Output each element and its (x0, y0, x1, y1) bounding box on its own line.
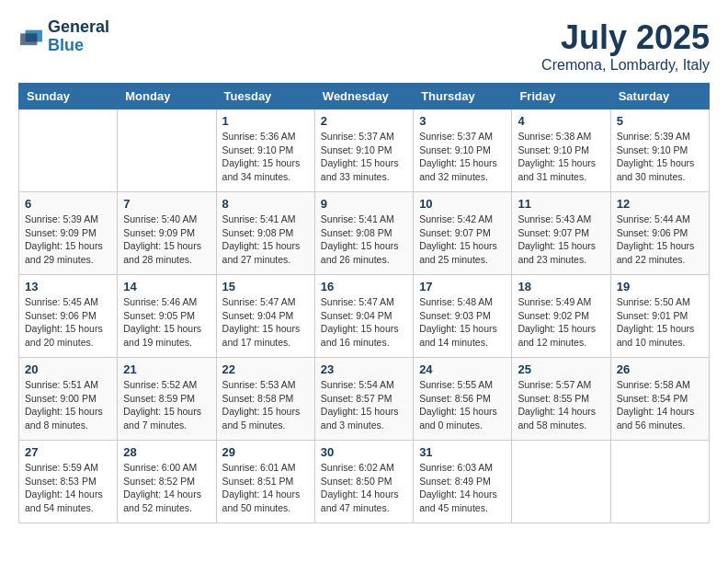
day-number: 4 (518, 114, 604, 128)
cell-info: Sunrise: 6:03 AM Sunset: 8:49 PM Dayligh… (419, 461, 506, 515)
cell-info: Sunrise: 5:53 AM Sunset: 8:58 PM Dayligh… (222, 378, 309, 432)
cell-info: Sunrise: 5:55 AM Sunset: 8:56 PM Dayligh… (419, 378, 506, 432)
cell-info: Sunrise: 5:48 AM Sunset: 9:03 PM Dayligh… (419, 295, 506, 350)
calendar-cell: 12Sunrise: 5:44 AM Sunset: 9:06 PM Dayli… (610, 192, 709, 275)
calendar-cell: 17Sunrise: 5:48 AM Sunset: 9:03 PM Dayli… (414, 275, 512, 358)
cell-info: Sunrise: 5:47 AM Sunset: 9:04 PM Dayligh… (321, 295, 407, 350)
day-number: 3 (419, 114, 506, 128)
calendar-cell: 31Sunrise: 6:03 AM Sunset: 8:49 PM Dayli… (414, 441, 512, 523)
cell-info: Sunrise: 5:39 AM Sunset: 9:10 PM Dayligh… (617, 130, 703, 184)
cell-info: Sunrise: 5:45 AM Sunset: 9:06 PM Dayligh… (25, 295, 111, 350)
cell-info: Sunrise: 5:44 AM Sunset: 9:06 PM Dayligh… (617, 213, 703, 267)
weekday-header: Friday (512, 84, 610, 109)
calendar-cell: 24Sunrise: 5:55 AM Sunset: 8:56 PM Dayli… (414, 358, 512, 441)
calendar-week-row: 20Sunrise: 5:51 AM Sunset: 9:00 PM Dayli… (19, 358, 710, 441)
day-number: 28 (123, 445, 210, 459)
cell-info: Sunrise: 5:57 AM Sunset: 8:55 PM Dayligh… (518, 378, 604, 432)
weekday-header: Sunday (19, 84, 118, 109)
calendar-cell: 4Sunrise: 5:38 AM Sunset: 9:10 PM Daylig… (512, 109, 610, 192)
calendar-cell: 28Sunrise: 6:00 AM Sunset: 8:52 PM Dayli… (118, 441, 216, 523)
svg-marker-1 (20, 33, 37, 45)
calendar-cell: 2Sunrise: 5:37 AM Sunset: 9:10 PM Daylig… (314, 109, 413, 192)
calendar-cell: 16Sunrise: 5:47 AM Sunset: 9:04 PM Dayli… (314, 275, 413, 358)
cell-info: Sunrise: 5:51 AM Sunset: 9:00 PM Dayligh… (25, 378, 111, 432)
cell-info: Sunrise: 5:43 AM Sunset: 9:07 PM Dayligh… (518, 213, 604, 267)
day-number: 19 (617, 280, 703, 293)
cell-info: Sunrise: 6:00 AM Sunset: 8:52 PM Dayligh… (123, 461, 210, 515)
month-title: July 2025 (541, 18, 710, 57)
calendar-cell: 15Sunrise: 5:47 AM Sunset: 9:04 PM Dayli… (216, 275, 314, 358)
calendar-week-row: 6Sunrise: 5:39 AM Sunset: 9:09 PM Daylig… (19, 192, 710, 275)
logo-text: General Blue (48, 18, 109, 55)
day-number: 17 (419, 280, 506, 293)
calendar-cell: 10Sunrise: 5:42 AM Sunset: 9:07 PM Dayli… (414, 192, 512, 275)
calendar-cell: 27Sunrise: 5:59 AM Sunset: 8:53 PM Dayli… (19, 441, 118, 523)
cell-info: Sunrise: 5:59 AM Sunset: 8:53 PM Dayligh… (25, 461, 111, 515)
cell-info: Sunrise: 5:37 AM Sunset: 9:10 PM Dayligh… (419, 130, 506, 184)
calendar-week-row: 13Sunrise: 5:45 AM Sunset: 9:06 PM Dayli… (19, 275, 710, 358)
day-number: 30 (321, 445, 407, 459)
calendar-cell: 18Sunrise: 5:49 AM Sunset: 9:02 PM Dayli… (512, 275, 610, 358)
calendar-week-row: 1Sunrise: 5:36 AM Sunset: 9:10 PM Daylig… (19, 109, 710, 192)
calendar-cell: 19Sunrise: 5:50 AM Sunset: 9:01 PM Dayli… (610, 275, 709, 358)
calendar-cell (19, 109, 118, 192)
calendar-cell: 5Sunrise: 5:39 AM Sunset: 9:10 PM Daylig… (610, 109, 709, 192)
calendar-cell: 23Sunrise: 5:54 AM Sunset: 8:57 PM Dayli… (314, 358, 413, 441)
cell-info: Sunrise: 5:36 AM Sunset: 9:10 PM Dayligh… (222, 130, 309, 184)
calendar-cell: 7Sunrise: 5:40 AM Sunset: 9:09 PM Daylig… (118, 192, 216, 275)
weekday-header: Saturday (610, 84, 709, 109)
weekday-header: Wednesday (314, 84, 413, 109)
cell-info: Sunrise: 5:50 AM Sunset: 9:01 PM Dayligh… (617, 295, 703, 350)
cell-info: Sunrise: 5:46 AM Sunset: 9:05 PM Dayligh… (123, 295, 210, 350)
calendar-cell (118, 109, 216, 192)
day-number: 6 (25, 197, 111, 211)
day-number: 9 (321, 197, 407, 211)
cell-info: Sunrise: 5:37 AM Sunset: 9:10 PM Dayligh… (321, 130, 407, 184)
calendar-cell: 8Sunrise: 5:41 AM Sunset: 9:08 PM Daylig… (216, 192, 314, 275)
cell-info: Sunrise: 5:58 AM Sunset: 8:54 PM Dayligh… (617, 378, 703, 432)
day-number: 16 (321, 280, 407, 293)
calendar-cell: 22Sunrise: 5:53 AM Sunset: 8:58 PM Dayli… (216, 358, 314, 441)
page-header: General Blue July 2025 Cremona, Lombardy… (18, 18, 710, 74)
calendar-cell: 6Sunrise: 5:39 AM Sunset: 9:09 PM Daylig… (19, 192, 118, 275)
day-number: 13 (25, 280, 111, 293)
calendar-cell: 30Sunrise: 6:02 AM Sunset: 8:50 PM Dayli… (314, 441, 413, 523)
day-number: 11 (518, 197, 604, 211)
cell-info: Sunrise: 5:42 AM Sunset: 9:07 PM Dayligh… (419, 213, 506, 267)
day-number: 25 (518, 362, 604, 376)
title-block: July 2025 Cremona, Lombardy, Italy (541, 18, 710, 74)
cell-info: Sunrise: 5:49 AM Sunset: 9:02 PM Dayligh… (518, 295, 604, 350)
day-number: 20 (25, 362, 111, 376)
calendar-week-row: 27Sunrise: 5:59 AM Sunset: 8:53 PM Dayli… (19, 441, 710, 523)
cell-info: Sunrise: 5:38 AM Sunset: 9:10 PM Dayligh… (518, 130, 604, 184)
day-number: 10 (419, 197, 506, 211)
day-number: 21 (123, 362, 210, 376)
day-number: 1 (222, 114, 309, 128)
calendar-cell: 3Sunrise: 5:37 AM Sunset: 9:10 PM Daylig… (414, 109, 512, 192)
cell-info: Sunrise: 5:47 AM Sunset: 9:04 PM Dayligh… (222, 295, 309, 350)
calendar-cell: 25Sunrise: 5:57 AM Sunset: 8:55 PM Dayli… (512, 358, 610, 441)
location: Cremona, Lombardy, Italy (541, 57, 710, 74)
calendar-cell: 26Sunrise: 5:58 AM Sunset: 8:54 PM Dayli… (610, 358, 709, 441)
calendar-table: SundayMondayTuesdayWednesdayThursdayFrid… (18, 83, 710, 523)
day-number: 7 (123, 197, 210, 211)
calendar-cell: 11Sunrise: 5:43 AM Sunset: 9:07 PM Dayli… (512, 192, 610, 275)
calendar-cell: 13Sunrise: 5:45 AM Sunset: 9:06 PM Dayli… (19, 275, 118, 358)
cell-info: Sunrise: 5:41 AM Sunset: 9:08 PM Dayligh… (222, 213, 309, 267)
day-number: 26 (617, 362, 703, 376)
day-number: 22 (222, 362, 309, 376)
cell-info: Sunrise: 5:41 AM Sunset: 9:08 PM Dayligh… (321, 213, 407, 267)
calendar-cell: 1Sunrise: 5:36 AM Sunset: 9:10 PM Daylig… (216, 109, 314, 192)
day-number: 2 (321, 114, 407, 128)
logo: General Blue (18, 18, 109, 55)
header-row: SundayMondayTuesdayWednesdayThursdayFrid… (19, 84, 710, 109)
day-number: 12 (617, 197, 703, 211)
day-number: 14 (123, 280, 210, 293)
cell-info: Sunrise: 5:40 AM Sunset: 9:09 PM Dayligh… (123, 213, 210, 267)
calendar-cell (512, 441, 610, 523)
weekday-header: Tuesday (216, 84, 314, 109)
day-number: 24 (419, 362, 506, 376)
cell-info: Sunrise: 6:01 AM Sunset: 8:51 PM Dayligh… (222, 461, 309, 515)
cell-info: Sunrise: 5:54 AM Sunset: 8:57 PM Dayligh… (321, 378, 407, 432)
day-number: 27 (25, 445, 111, 459)
